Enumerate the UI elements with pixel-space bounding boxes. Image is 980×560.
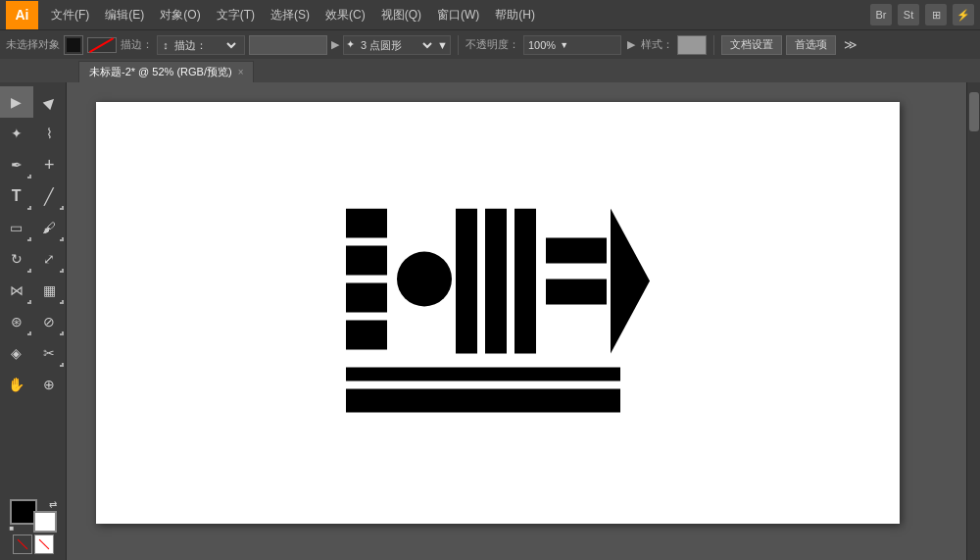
no-stroke-btn[interactable] <box>34 535 54 554</box>
pen-tool[interactable]: ✒ <box>0 149 33 180</box>
rectangle-tool[interactable]: ▭ <box>0 212 33 243</box>
tool-row-5: ▭ 🖌 <box>0 212 66 243</box>
type-tool[interactable]: T <box>0 180 33 212</box>
stroke-style-btn[interactable] <box>87 37 117 53</box>
svg-rect-11 <box>346 368 620 382</box>
tab-document[interactable]: 未标题-2* @ 52% (RGB/预览) × <box>78 61 254 82</box>
menu-file[interactable]: 文件(F) <box>44 5 96 25</box>
tool-row-6: ↻ ⤢ <box>0 243 66 275</box>
stroke-label: 描边： <box>121 37 153 52</box>
point-shape-select[interactable]: ✦ 3 点圆形 ▼ <box>343 35 451 55</box>
canvas-area[interactable] <box>67 82 966 560</box>
tool-row-8: ⊛ ⊘ <box>0 306 66 337</box>
menu-effect[interactable]: 效果(C) <box>318 5 372 25</box>
reset-colors-icon[interactable]: ■ <box>10 524 15 533</box>
main-area: ▶ ▶ ✦ ⌇ ✒ + T <box>0 82 980 560</box>
tool-row-7: ⋈ ▦ <box>0 275 66 306</box>
hand-tool[interactable]: ✋ <box>0 369 33 400</box>
scissors-corner <box>60 363 64 367</box>
rect-corner <box>27 237 31 241</box>
menu-select[interactable]: 选择(S) <box>264 5 317 25</box>
direct-select-tool[interactable]: ▶ <box>33 86 67 118</box>
separator-2 <box>713 35 714 55</box>
lasso-icon: ⌇ <box>46 126 53 141</box>
menu-type[interactable]: 文字(T) <box>210 5 262 25</box>
fill-color-inner <box>67 38 80 52</box>
no-selection-label: 未选择对象 <box>6 37 60 52</box>
menu-window[interactable]: 窗口(W) <box>430 5 486 25</box>
line-tool[interactable]: ╱ <box>33 180 67 212</box>
graph-tool[interactable]: ▦ <box>33 275 67 306</box>
tab-bar: 未标题-2* @ 52% (RGB/预览) × <box>0 59 980 82</box>
doc-settings-button[interactable]: 文档设置 <box>721 35 782 55</box>
style-preview[interactable] <box>677 35 707 55</box>
rotate-tool[interactable]: ↻ <box>0 243 33 275</box>
svg-rect-12 <box>346 389 620 413</box>
menu-bar: Ai 文件(F) 编辑(E) 对象(O) 文字(T) 选择(S) 效果(C) 视… <box>0 0 980 29</box>
blend-icon: ◈ <box>11 345 22 361</box>
opacity-dropdown-icon[interactable]: ▼ <box>560 40 568 50</box>
paintbrush-tool[interactable]: 🖌 <box>33 212 67 243</box>
brush-corner <box>60 237 64 241</box>
sync-icon[interactable]: ⚡ <box>953 4 974 25</box>
swap-colors-icon[interactable]: ⇄ <box>49 499 57 510</box>
panel-toggle-icon[interactable]: ≫ <box>844 37 858 52</box>
stock-icon[interactable]: St <box>898 4 919 25</box>
artwork-svg <box>346 209 650 415</box>
direct-select-icon: ▶ <box>40 92 59 111</box>
svg-rect-1 <box>346 246 387 276</box>
opacity-label: 不透明度： <box>466 37 519 52</box>
opacity-value: 100% <box>528 39 556 51</box>
vertical-scroll-thumb[interactable] <box>969 92 979 131</box>
stroke-width-input[interactable]: ↕ 描边： <box>157 35 245 55</box>
menu-object[interactable]: 对象(O) <box>153 5 207 25</box>
preferences-button[interactable]: 首选项 <box>786 35 836 55</box>
swatch-container: ⇄ ■ <box>10 499 57 533</box>
add-anchor-tool[interactable]: + <box>33 149 67 180</box>
ai-logo[interactable]: Ai <box>6 1 38 29</box>
bridge-icon[interactable]: Br <box>870 4 892 25</box>
tool-row-10: ✋ ⊕ <box>0 369 66 400</box>
scissors-tool[interactable]: ✂ <box>33 337 67 369</box>
pen-icon: ✒ <box>11 157 23 173</box>
vertical-scrollbar[interactable] <box>966 82 980 560</box>
stroke-dropdown[interactable]: 描边： <box>171 38 239 52</box>
rotate-icon: ↻ <box>11 251 23 267</box>
magic-wand-icon: ✦ <box>11 126 23 141</box>
background-color-swatch[interactable] <box>33 511 57 533</box>
menu-edit[interactable]: 编辑(E) <box>98 5 151 25</box>
eyedropper-tool[interactable]: ⊘ <box>33 306 67 337</box>
svg-rect-7 <box>514 209 536 354</box>
apps-icon[interactable]: ⊞ <box>925 4 947 25</box>
eye-corner <box>60 331 64 335</box>
symbol-tool[interactable]: ⊛ <box>0 306 33 337</box>
style-label: 样式： <box>641 37 673 52</box>
zoom-tool[interactable]: ⊕ <box>33 369 67 400</box>
no-fill-btn[interactable] <box>13 535 32 554</box>
menu-view[interactable]: 视图(Q) <box>374 5 428 25</box>
scale-tool[interactable]: ⤢ <box>33 243 67 275</box>
no-fill-row <box>13 535 54 554</box>
select-tool[interactable]: ▶ <box>0 86 33 118</box>
scale-icon: ⤢ <box>43 251 55 267</box>
arrow2-icon: ▶ <box>627 38 635 51</box>
lasso-tool[interactable]: ⌇ <box>33 118 67 149</box>
add-anchor-icon: + <box>44 155 55 176</box>
warp-tool[interactable]: ⋈ <box>0 275 33 306</box>
magic-wand-tool[interactable]: ✦ <box>0 118 33 149</box>
svg-rect-0 <box>346 209 387 238</box>
opacity-input[interactable]: 100% ▼ <box>523 35 621 55</box>
blend-tool[interactable]: ◈ <box>0 337 33 369</box>
tool-row-1: ▶ ▶ <box>0 86 66 118</box>
tab-close-button[interactable]: × <box>238 67 244 77</box>
canvas-artwork <box>346 209 650 418</box>
fill-color-swatch[interactable] <box>64 35 83 55</box>
symbol-icon: ⊛ <box>11 314 23 330</box>
shape-dropdown[interactable]: 3 点圆形 <box>357 38 435 52</box>
tool-row-2: ✦ ⌇ <box>0 118 66 149</box>
panel-toggle[interactable]: ≫ <box>844 37 858 52</box>
type-icon: T <box>12 187 22 205</box>
svg-rect-8 <box>546 238 607 264</box>
menu-help[interactable]: 帮助(H) <box>488 5 542 25</box>
fill-selector[interactable] <box>249 35 327 55</box>
